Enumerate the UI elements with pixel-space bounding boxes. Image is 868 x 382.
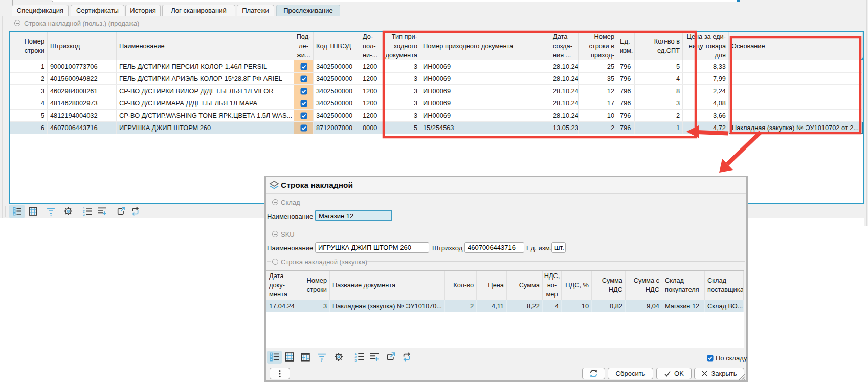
svg-text:3: 3 (83, 213, 84, 216)
svg-text:2: 2 (354, 355, 357, 358)
svg-text:3: 3 (354, 359, 357, 362)
svg-text:1: 1 (354, 352, 357, 355)
